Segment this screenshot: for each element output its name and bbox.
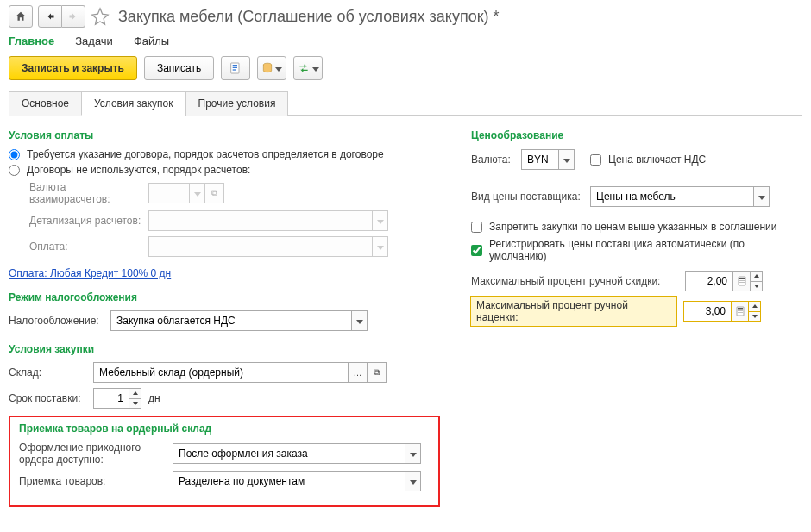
- currency-dropdown[interactable]: [559, 149, 575, 170]
- settlement-currency-input: [148, 183, 190, 203]
- svg-rect-14: [738, 308, 743, 310]
- chevron-down-icon: [377, 215, 384, 227]
- taxation-dropdown[interactable]: [352, 310, 368, 331]
- home-button[interactable]: [9, 5, 33, 28]
- settlement-detail-dropdown: [373, 210, 388, 231]
- label-lead-time: Срок поставки:: [9, 392, 86, 404]
- save-button[interactable]: Записать: [144, 56, 214, 80]
- report-button[interactable]: [221, 56, 250, 80]
- markup-spinner[interactable]: [749, 301, 761, 322]
- order-avail-dropdown[interactable]: [406, 443, 421, 464]
- subtab-purchase-conditions[interactable]: Условия закупок: [81, 91, 186, 116]
- max-markup-input[interactable]: [683, 301, 732, 322]
- label-order-avail: Оформление приходного ордера доступно:: [19, 441, 166, 466]
- lead-time-spinner[interactable]: [129, 388, 141, 409]
- check-prohibit[interactable]: Запретить закупки по ценам выше указанны…: [471, 221, 802, 233]
- settlement-currency-open: ⧉: [205, 183, 224, 203]
- svg-rect-3: [233, 69, 236, 70]
- label-currency: Валюта:: [471, 153, 514, 166]
- nav-back-button[interactable]: [38, 5, 62, 28]
- label-settlement-detail: Детализация расчетов:: [29, 215, 141, 227]
- payment-dropdown: [373, 236, 388, 257]
- chevron-down-icon: [194, 187, 201, 199]
- svg-point-11: [741, 282, 742, 283]
- section-receipt: Приемка товаров на ордерный склад: [19, 422, 430, 435]
- label-max-markup: Максимальный процент ручной наценки:: [471, 297, 676, 326]
- svg-point-20: [741, 312, 742, 313]
- radio-contracts-not-used[interactable]: Договоры не используются, порядок расчет…: [9, 164, 440, 176]
- chevron-down-icon: [410, 475, 417, 487]
- section-pricing: Ценообразование: [471, 129, 802, 141]
- warehouse-open[interactable]: ⧉: [368, 362, 387, 383]
- chevron-down-icon: [758, 191, 765, 203]
- price-type-dropdown[interactable]: [754, 186, 770, 207]
- nav-forward-button[interactable]: [62, 5, 85, 28]
- svg-point-19: [739, 312, 740, 313]
- subtab-basic[interactable]: Основное: [9, 91, 82, 116]
- svg-rect-6: [739, 278, 745, 279]
- svg-point-9: [743, 280, 744, 281]
- label-settlement-currency: Валюта взаиморасчетов:: [29, 181, 141, 205]
- page-title: Закупка мебели (Соглашение об условиях з…: [118, 8, 500, 26]
- svg-rect-1: [233, 65, 237, 66]
- save-and-close-button[interactable]: Записать и закрыть: [9, 56, 137, 80]
- warehouse-pick[interactable]: …: [349, 362, 368, 383]
- taxation-input[interactable]: [110, 310, 352, 331]
- lead-time-input[interactable]: [93, 388, 129, 409]
- arrow-right-icon: [67, 11, 79, 22]
- warehouse-input[interactable]: [93, 362, 349, 383]
- radio-contracts-required[interactable]: Требуется указание договора, порядок рас…: [9, 148, 440, 160]
- section-purchase-cond: Условия закупки: [9, 343, 440, 355]
- svg-point-18: [738, 312, 739, 313]
- payment-input: [148, 236, 373, 257]
- chevron-down-icon: [275, 62, 282, 74]
- lead-time-unit: дн: [148, 392, 160, 404]
- max-discount-input[interactable]: [685, 271, 733, 291]
- svg-point-17: [741, 310, 742, 311]
- report-icon: [229, 61, 242, 75]
- calc-button-markup[interactable]: [732, 301, 749, 322]
- check-price-includes-vat[interactable]: Цена включает НДС: [590, 153, 706, 166]
- chevron-down-icon: [312, 62, 319, 74]
- accept-input[interactable]: [173, 471, 406, 491]
- section-payment-conditions: Условия оплаты: [9, 129, 440, 141]
- section-tax-mode: Режим налогообложения: [9, 291, 440, 304]
- arrow-left-icon: [44, 11, 56, 22]
- svg-point-10: [739, 282, 740, 283]
- currency-input[interactable]: [521, 149, 559, 170]
- attach-button[interactable]: [257, 56, 286, 80]
- svg-rect-2: [233, 67, 237, 68]
- label-max-discount: Максимальный процент ручной скидки:: [471, 275, 678, 287]
- tab-main[interactable]: Главное: [9, 34, 54, 47]
- chevron-down-icon: [563, 153, 570, 166]
- calc-button-discount[interactable]: [733, 271, 751, 291]
- tab-tasks[interactable]: Задачи: [75, 34, 113, 47]
- label-payment: Оплата:: [29, 241, 141, 253]
- highlight-receipt-section: Приемка товаров на ордерный склад Оформл…: [9, 416, 440, 507]
- label-taxation: Налогообложение:: [9, 315, 104, 327]
- exchange-icon: [297, 62, 311, 74]
- order-avail-input[interactable]: [173, 443, 406, 464]
- calculator-icon: [735, 306, 745, 316]
- svg-point-16: [739, 310, 740, 311]
- label-price-type: Вид цены поставщика:: [471, 191, 583, 203]
- svg-point-7: [739, 280, 740, 281]
- svg-point-15: [738, 310, 739, 311]
- label-accept: Приемка товаров:: [19, 475, 166, 487]
- db-icon: [261, 61, 273, 75]
- favorite-star-icon[interactable]: [91, 7, 110, 26]
- settlement-currency-dropdown: [190, 183, 205, 203]
- check-autoreg[interactable]: Регистрировать цены поставщика автоматич…: [471, 238, 802, 262]
- exchange-button[interactable]: [293, 56, 323, 80]
- payment-link[interactable]: Оплата: Любая Кредит 100% 0 дн: [9, 267, 171, 279]
- price-type-input[interactable]: [590, 186, 754, 207]
- svg-point-12: [743, 282, 744, 283]
- chevron-down-icon: [410, 448, 417, 460]
- subtab-other-conditions[interactable]: Прочие условия: [185, 91, 289, 116]
- tab-files[interactable]: Файлы: [134, 34, 169, 47]
- home-icon: [15, 10, 27, 22]
- settlement-detail-input: [148, 210, 373, 231]
- accept-dropdown[interactable]: [406, 471, 421, 491]
- chevron-down-icon: [356, 315, 363, 327]
- discount-spinner[interactable]: [751, 271, 763, 291]
